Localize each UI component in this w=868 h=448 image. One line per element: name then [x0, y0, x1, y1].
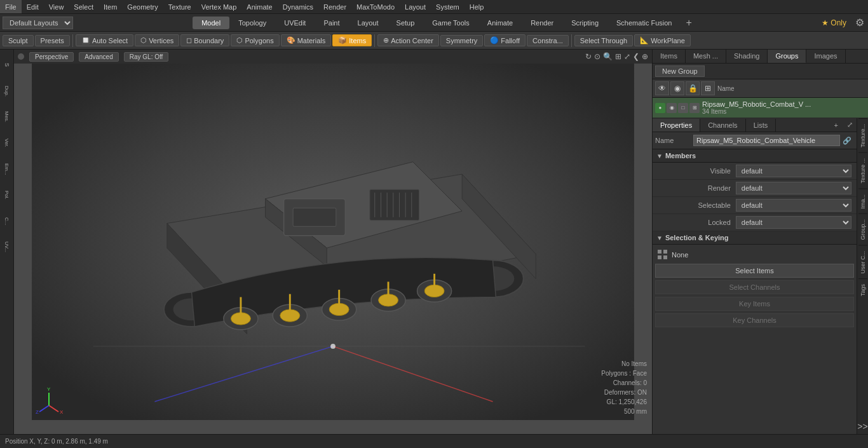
menu-layout[interactable]: Layout	[400, 0, 431, 13]
boundary-button[interactable]: ◻ Boundary	[180, 34, 229, 46]
plus-icon[interactable]: ⊕	[642, 52, 648, 61]
left-tool-em[interactable]: Em...	[1, 156, 13, 182]
tab-scripting[interactable]: Scripting	[562, 17, 607, 29]
strip-tab-texture1[interactable]: Texture...	[858, 118, 867, 153]
strip-tab-user-c[interactable]: User C...	[858, 245, 867, 279]
layout-select[interactable]: Default Layouts	[3, 17, 73, 29]
locked-select[interactable]: default on off	[736, 216, 851, 229]
name-input[interactable]	[693, 135, 840, 146]
link-icon[interactable]: 🔗	[840, 135, 854, 146]
menu-item[interactable]: Item	[98, 0, 122, 13]
strip-tab-texture2[interactable]: Texture ...	[858, 153, 867, 189]
key-channels-button[interactable]: Key Channels	[655, 313, 854, 327]
tab-uvedit[interactable]: UVEdit	[275, 17, 315, 29]
key-items-button[interactable]: Key Items	[655, 297, 854, 311]
tab-render[interactable]: Render	[522, 17, 562, 29]
menu-view[interactable]: View	[44, 0, 69, 13]
chevron-icon[interactable]: ❮	[633, 52, 639, 61]
strip-tab-ima[interactable]: Ima...	[858, 189, 867, 214]
expand-right-icon[interactable]: >>	[857, 421, 867, 431]
tab-properties[interactable]: Properties	[653, 119, 700, 132]
visible-select[interactable]: default on off	[736, 165, 851, 177]
items-button[interactable]: 📦 Items	[332, 34, 372, 46]
left-tool-uv[interactable]: UV...	[1, 234, 13, 260]
menu-texture[interactable]: Texture	[163, 0, 196, 13]
menu-maxtomodo[interactable]: MaxToModo	[351, 0, 400, 13]
expand-props-button[interactable]: ⤢	[843, 118, 857, 132]
advanced-button[interactable]: Advanced	[79, 52, 118, 62]
members-section-header[interactable]: ▼ Members	[653, 149, 857, 163]
falloff-button[interactable]: 🔵 Falloff	[484, 34, 526, 46]
lock-toggle[interactable]: □	[678, 103, 688, 113]
polygons-button[interactable]: ⬡ Polygons	[231, 34, 279, 46]
lock-icon[interactable]: 🔒	[686, 81, 700, 95]
symmetry-button[interactable]: Symmetry	[440, 35, 484, 46]
menu-animate[interactable]: Animate	[241, 0, 277, 13]
left-tool-s[interactable]: S	[1, 52, 13, 78]
tab-model[interactable]: Model	[193, 17, 229, 29]
tab-mesh[interactable]: Mesh ...	[686, 50, 726, 63]
expand-toggle[interactable]: ⊞	[689, 103, 700, 113]
vertices-button[interactable]: ⬡ Vertices	[135, 34, 179, 46]
zoom-icon[interactable]: 🔍	[603, 52, 613, 61]
expand-icon[interactable]: ⊞	[701, 81, 715, 95]
presets-button[interactable]: Presets	[35, 35, 70, 46]
strip-tab-group[interactable]: Group...	[858, 214, 867, 245]
new-group-button[interactable]: New Group	[655, 65, 705, 77]
tab-schematic-fusion[interactable]: Schematic Fusion	[607, 17, 681, 29]
viewport-dot[interactable]	[18, 53, 24, 60]
tab-animate[interactable]: Animate	[478, 17, 522, 29]
auto-select-button[interactable]: 🔲 Auto Select	[76, 34, 133, 46]
eye-icon[interactable]: 👁	[655, 81, 669, 95]
select-channels-button[interactable]: Select Channels	[655, 280, 854, 294]
tab-lists[interactable]: Lists	[746, 119, 776, 132]
group-list-row[interactable]: ● ◉ □ ⊞ Ripsaw_M5_Robotic_Combat_V ... 3…	[653, 98, 868, 118]
selectable-select[interactable]: default on off	[736, 199, 851, 212]
left-tool-ver[interactable]: Ver.	[1, 130, 13, 156]
menu-edit[interactable]: Edit	[22, 0, 44, 13]
tab-groups[interactable]: Groups	[768, 50, 806, 63]
tab-layout[interactable]: Layout	[349, 17, 388, 29]
left-tool-dup[interactable]: Dup.	[1, 78, 13, 104]
maximize-icon[interactable]: ⤢	[624, 52, 630, 61]
render-toggle[interactable]: ◉	[667, 103, 677, 113]
tab-items[interactable]: Items	[653, 50, 686, 63]
menu-help[interactable]: Help	[465, 0, 489, 13]
sculpt-button[interactable]: Sculpt	[3, 35, 34, 46]
render-icon[interactable]: ◉	[670, 81, 684, 95]
render-select[interactable]: default on off	[736, 182, 851, 194]
eye-toggle[interactable]: ●	[655, 103, 665, 113]
tab-setup[interactable]: Setup	[388, 17, 424, 29]
tab-shading[interactable]: Shading	[726, 50, 768, 63]
sel-keying-section-header[interactable]: ▼ Selection & Keying	[653, 231, 857, 245]
strip-tab-tags[interactable]: Tags	[858, 278, 867, 301]
select-items-button[interactable]: Select Items	[655, 264, 854, 278]
workplane-button[interactable]: 📐 WorkPlane	[634, 34, 691, 46]
ray-gl-button[interactable]: Ray GL: Off	[124, 52, 169, 62]
left-tool-c[interactable]: C...	[1, 208, 13, 234]
add-layout-button[interactable]: +	[681, 17, 696, 29]
menu-dynamics[interactable]: Dynamics	[278, 0, 318, 13]
reset-icon[interactable]: ⊙	[594, 52, 600, 61]
perspective-button[interactable]: Perspective	[29, 52, 74, 62]
add-tab-button[interactable]: +	[829, 119, 843, 132]
frame-icon[interactable]: ⊞	[615, 52, 621, 61]
materials-button[interactable]: 🎨 Materials	[281, 34, 332, 46]
left-tool-mes[interactable]: Mes.	[1, 104, 13, 130]
select-through-button[interactable]: Select Through	[574, 35, 633, 46]
constraints-button[interactable]: Constra...	[527, 35, 569, 46]
menu-select[interactable]: Select	[69, 0, 98, 13]
viewport[interactable]: Perspective Advanced Ray GL: Off ↻ ⊙ 🔍 ⊞…	[14, 50, 652, 434]
tab-channels[interactable]: Channels	[700, 119, 745, 132]
menu-file[interactable]: File	[0, 0, 22, 13]
tab-paint[interactable]: Paint	[315, 17, 348, 29]
tab-topology[interactable]: Topology	[229, 17, 275, 29]
rotate-icon[interactable]: ↻	[585, 52, 592, 61]
menu-render[interactable]: Render	[318, 0, 351, 13]
action-center-button[interactable]: ⊕ Action Center	[377, 34, 439, 46]
menu-geometry[interactable]: Geometry	[122, 0, 163, 13]
tab-images[interactable]: Images	[806, 50, 845, 63]
left-tool-pol[interactable]: Pol.	[1, 182, 13, 208]
settings-icon[interactable]: ⚙	[851, 17, 868, 29]
tab-game-tools[interactable]: Game Tools	[423, 17, 478, 29]
